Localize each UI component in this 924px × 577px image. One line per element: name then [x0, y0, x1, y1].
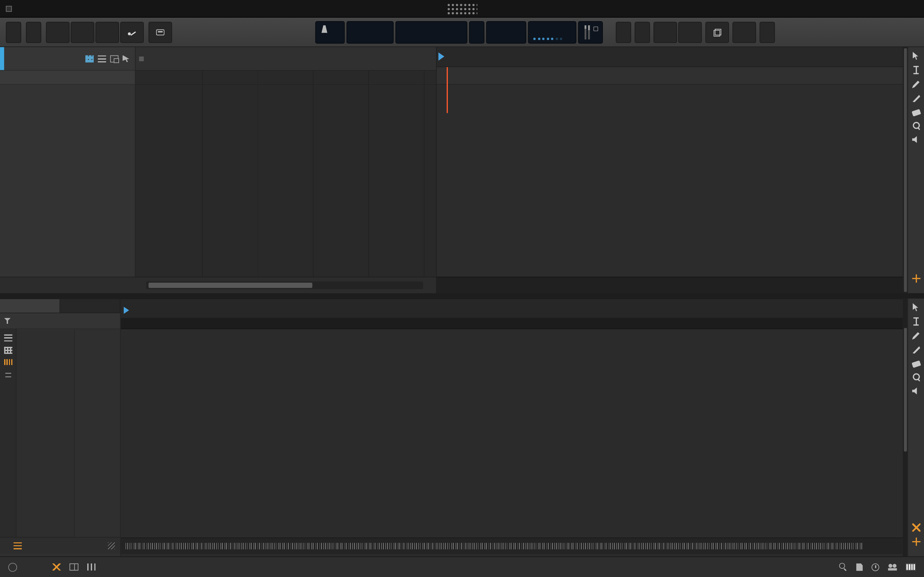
editor-overview[interactable] [121, 319, 903, 329]
editor-vscrollbar[interactable] [903, 298, 908, 556]
eraser-tool-icon[interactable] [911, 360, 921, 368]
pointer-tool-icon[interactable] [912, 52, 920, 60]
collaboration-icon[interactable] [888, 564, 897, 571]
pen-tool-icon[interactable] [912, 80, 920, 89]
pointer-tool-icon[interactable] [912, 303, 920, 311]
metronome-panel[interactable] [315, 21, 345, 44]
playhead[interactable] [447, 67, 448, 113]
crossings-icon[interactable] [52, 564, 61, 571]
transport-display [315, 21, 603, 44]
mixer-icon[interactable] [87, 564, 95, 571]
layer-list [16, 330, 74, 537]
editor-footer [0, 537, 120, 553]
automation-icon[interactable] [5, 370, 11, 377]
key-panel[interactable] [528, 21, 577, 44]
play-button[interactable] [46, 22, 69, 43]
launcher-util-row [0, 277, 436, 293]
edit-menu-button[interactable] [635, 22, 650, 43]
launcher-hscrollbar-thumb[interactable] [149, 283, 312, 288]
group-list [74, 329, 120, 537]
timesig-track-row[interactable] [0, 71, 136, 85]
clip-mode-button[interactable] [760, 22, 775, 43]
redo-button[interactable] [678, 22, 702, 43]
knife-tool-icon[interactable] [912, 346, 920, 354]
snap-crosshair-icon[interactable] [912, 274, 920, 283]
editor-icon-strip [0, 329, 16, 537]
audition-tool-icon[interactable] [912, 387, 920, 395]
arranger-ruler[interactable] [437, 47, 903, 67]
main-toolbar [0, 18, 924, 47]
launcher-view-icons [86, 55, 136, 62]
layered-editing-icon[interactable] [13, 542, 22, 549]
arranger [436, 47, 903, 293]
editor-tabs [0, 299, 120, 313]
project-color-strip [0, 47, 4, 70]
follow-pointer-icon[interactable] [123, 55, 131, 62]
zoom-tool-icon[interactable] [912, 373, 920, 381]
browser-icon[interactable] [856, 563, 863, 571]
position-panel[interactable] [395, 21, 467, 44]
editor-ruler[interactable] [121, 299, 903, 319]
stop-button[interactable] [71, 22, 94, 43]
editor-area [120, 298, 903, 556]
scale-dots [533, 38, 562, 40]
tool-rail-editor [908, 298, 924, 556]
automation-write-button[interactable] [120, 22, 144, 43]
tempo-panel[interactable] [347, 21, 394, 44]
overdub-icon [156, 29, 165, 35]
piano-icon[interactable] [906, 564, 916, 571]
knife-tool-icon[interactable] [912, 94, 920, 103]
grid-view-icon[interactable] [86, 55, 94, 62]
transport-buttons [46, 22, 144, 43]
pen-tool-icon[interactable] [912, 332, 920, 340]
launcher-track-panel [0, 47, 136, 293]
zoom-tool-icon[interactable] [912, 121, 920, 129]
toolbar-left [6, 22, 172, 43]
editor-playhead-marker[interactable] [124, 307, 129, 314]
add-button[interactable] [615, 22, 631, 43]
tool-rail-arranger [908, 47, 924, 293]
history-icon[interactable] [872, 563, 879, 571]
overdub-button[interactable] [149, 22, 172, 43]
bitwig-logo [447, 3, 477, 15]
snap-crosshair-icon[interactable] [912, 538, 920, 546]
audio-engine-meter [578, 21, 603, 44]
duplicate-button[interactable] [706, 22, 729, 43]
audio-events-icon[interactable] [4, 359, 12, 365]
dual-panel-icon[interactable] [69, 564, 79, 571]
overdub-group [149, 22, 172, 43]
window-menu-icon[interactable] [6, 5, 11, 11]
tab-track[interactable] [60, 299, 120, 313]
stop-all-clips-button[interactable] [139, 56, 144, 61]
editor-left-panel [0, 298, 120, 556]
play-menu-button[interactable] [26, 22, 41, 43]
editor-selection-info [0, 313, 120, 329]
delete-button[interactable] [732, 22, 756, 43]
clear-selection-icon[interactable] [912, 524, 920, 532]
rows-view-icon[interactable] [98, 55, 106, 62]
panel-divider[interactable] [0, 293, 924, 299]
tab-clip[interactable] [0, 299, 60, 313]
arranger-vscrollbar[interactable] [903, 47, 908, 293]
undo-button[interactable] [654, 22, 677, 43]
filter-icon[interactable] [4, 318, 11, 324]
record-button[interactable] [95, 22, 119, 43]
zoom-icon[interactable] [839, 563, 848, 571]
follow-playback-button[interactable] [469, 21, 485, 44]
file-menu-button[interactable] [6, 22, 21, 43]
layers-icon[interactable] [4, 334, 12, 342]
info-icon[interactable] [8, 562, 17, 572]
play-start-marker[interactable] [439, 52, 444, 61]
song-overview-waveform[interactable] [121, 538, 903, 554]
audition-tool-icon[interactable] [912, 135, 920, 143]
panel-resize-handle[interactable] [108, 542, 115, 549]
time-selection-tool-icon[interactable] [912, 318, 920, 326]
toolbar-right [615, 22, 775, 43]
expand-view-icon[interactable] [110, 55, 118, 62]
automation-write-icon [128, 29, 136, 36]
eraser-tool-icon[interactable] [911, 109, 921, 117]
loop-panel[interactable] [486, 21, 526, 44]
time-selection-tool-icon[interactable] [912, 66, 920, 74]
bottom-toolbar [0, 556, 924, 577]
grid-icon[interactable] [4, 347, 12, 354]
